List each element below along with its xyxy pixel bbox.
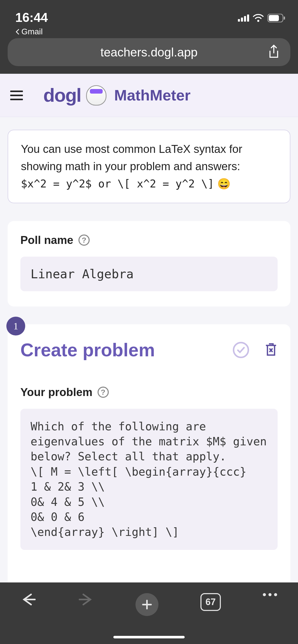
back-button[interactable] xyxy=(21,593,36,606)
delete-icon[interactable] xyxy=(264,342,278,358)
app-header: dogl MathMeter xyxy=(0,74,298,117)
card-title: Create problem xyxy=(20,340,155,360)
poll-name-input[interactable]: Linear Algebra xyxy=(20,257,278,291)
poll-name-label: Poll name xyxy=(20,234,73,246)
mascot-icon xyxy=(86,85,106,106)
back-to-app-label: Gmail xyxy=(21,27,43,36)
share-icon[interactable] xyxy=(267,44,280,60)
back-to-app-link[interactable]: Gmail xyxy=(15,27,48,36)
info-text: You can use most common LaTeX syntax for… xyxy=(21,143,242,172)
latex-info-card: You can use most common LaTeX syntax for… xyxy=(8,130,290,203)
new-tab-button[interactable] xyxy=(136,593,158,616)
home-indicator[interactable] xyxy=(113,636,185,638)
cellular-signal-icon xyxy=(238,14,249,22)
app-name: MathMeter xyxy=(114,86,191,104)
svg-rect-3 xyxy=(284,17,285,20)
status-bar: 16:44 Gmail xyxy=(0,0,298,33)
status-time: 16:44 xyxy=(15,10,48,25)
tabs-button[interactable]: 67 xyxy=(200,593,221,611)
forward-button[interactable] xyxy=(78,593,93,606)
logo-word: dogl xyxy=(43,84,81,106)
battery-icon xyxy=(267,14,285,22)
confirm-icon[interactable] xyxy=(233,342,249,358)
app-logo[interactable]: dogl MathMeter xyxy=(43,84,191,106)
svg-rect-2 xyxy=(269,15,279,21)
help-icon[interactable]: ? xyxy=(78,235,90,246)
more-menu-button[interactable] xyxy=(263,593,277,596)
your-problem-label: Your problem xyxy=(20,386,92,399)
problem-index-badge: 1 xyxy=(6,317,25,335)
url-text: teachers.dogl.app xyxy=(100,45,198,59)
svg-point-0 xyxy=(257,20,259,22)
create-problem-card: 1 Create problem Your problem ? Whic xyxy=(8,324,290,582)
problem-body-input[interactable]: Which of the following are eigenvalues o… xyxy=(20,409,278,550)
browser-toolbar: 67 xyxy=(0,583,298,644)
wifi-icon xyxy=(253,14,264,22)
address-bar[interactable]: teachers.dogl.app xyxy=(8,38,290,66)
type-label: Type xyxy=(20,580,278,582)
hamburger-menu-icon[interactable] xyxy=(10,91,25,100)
app-viewport: dogl MathMeter You can use most common L… xyxy=(0,74,298,582)
grin-emoji-icon: 😄 xyxy=(217,178,231,190)
latex-example: $x^2 = y^2$ or \[ x^2 = y^2 \] xyxy=(21,178,214,190)
poll-name-card: Poll name ? Linear Algebra xyxy=(8,221,290,306)
help-icon[interactable]: ? xyxy=(98,387,109,398)
